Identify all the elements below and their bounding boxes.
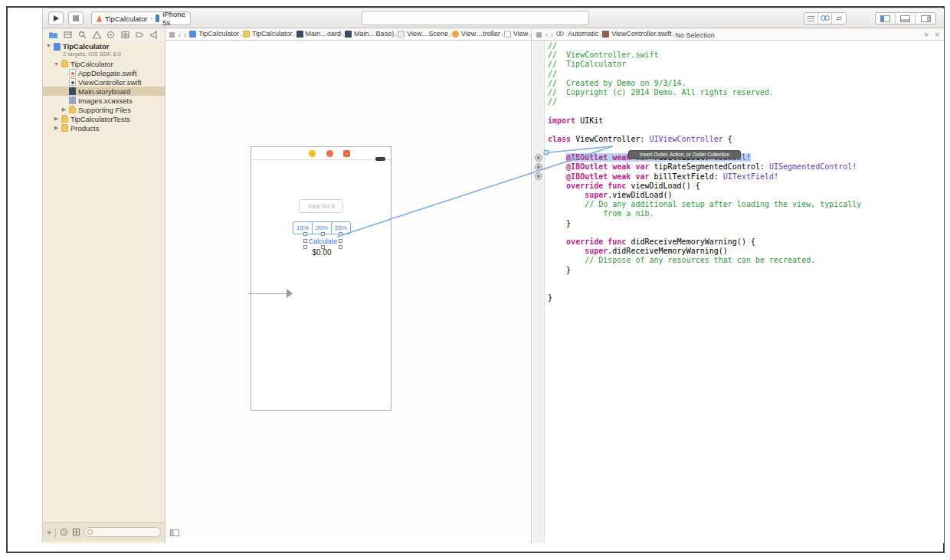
connection-well-icon[interactable]	[535, 172, 542, 180]
disclosure-collapsed-icon[interactable]: ▶	[54, 125, 59, 131]
add-assistant-editor-button[interactable]: +	[924, 31, 929, 39]
reports-icon[interactable]	[149, 30, 159, 40]
forward-button[interactable]: ›	[184, 31, 186, 39]
selection-handle[interactable]	[303, 232, 307, 236]
code-line[interactable]: //	[548, 41, 944, 51]
issues-icon[interactable]	[92, 30, 102, 40]
tree-row-tipcalculator[interactable]: ▼TipCalculator	[43, 59, 165, 68]
tree-row-supporting-files[interactable]: ▶Supporting Files	[43, 105, 165, 114]
breadcrumb-item[interactable]: TipCalculator	[189, 30, 239, 38]
selection-handle[interactable]	[303, 239, 307, 243]
disclosure-collapsed-icon[interactable]: ▶	[54, 116, 59, 122]
breadcrumb-item[interactable]: Main…oard	[296, 30, 342, 38]
code-line[interactable]: // ViewController.swift	[548, 51, 944, 60]
tests-icon[interactable]	[106, 30, 116, 40]
related-items-icon[interactable]: ▦	[169, 31, 175, 38]
breadcrumb-item[interactable]: No Selection	[676, 31, 715, 39]
breadcrumb-item[interactable]: View…Scene	[398, 30, 448, 38]
assistant-editor[interactable]: //// ViewController.swift// TipCalculato…	[532, 41, 944, 543]
code-line[interactable]: // Dispose of any resources that can be …	[548, 256, 944, 265]
close-assistant-editor-button[interactable]: ×	[935, 31, 939, 39]
code-line[interactable]: class ViewController: UIViewController {	[548, 135, 944, 144]
version-editor-button[interactable]: ⇄	[832, 13, 846, 24]
toggle-debug-area-button[interactable]	[896, 13, 916, 24]
code-line[interactable]: // Created by Demo on 9/3/14.	[548, 79, 944, 88]
breadcrumb-item[interactable]: Automatic	[556, 30, 598, 38]
scm-status-icon[interactable]	[72, 528, 80, 536]
code-line[interactable]	[548, 275, 944, 284]
code-line[interactable]: @IBOutlet weak var resultLabel: UILabel!	[548, 153, 944, 162]
code-line[interactable]: //	[548, 97, 944, 106]
search-icon[interactable]	[77, 30, 87, 40]
tree-row-appdelegate-swift[interactable]: AppDelegate.swift	[43, 68, 165, 77]
code-line[interactable]: super.didReceiveMemoryWarning()	[548, 247, 944, 256]
code-line[interactable]	[548, 126, 944, 135]
code-line[interactable]	[548, 144, 944, 153]
code-line[interactable]: }	[548, 293, 944, 303]
breadcrumb-item[interactable]: View	[504, 30, 528, 38]
bill-text-field[interactable]: Total Bill $	[299, 199, 343, 213]
selection-handle[interactable]	[339, 239, 342, 243]
connection-well-icon[interactable]	[535, 154, 542, 162]
tree-row-tipcalculator[interactable]: ▼TipCalculator2 targets, iOS SDK 8.0	[43, 43, 165, 59]
code-line[interactable]: // Copyright (c) 2014 Demo. All rights r…	[548, 88, 944, 97]
run-button[interactable]	[48, 11, 64, 25]
connection-well-icon[interactable]	[535, 163, 542, 171]
symbol-navigator-icon[interactable]	[63, 30, 73, 40]
code-line[interactable]: super.viewDidLoad()	[548, 191, 944, 200]
related-items-icon[interactable]: ▦	[536, 31, 542, 38]
disclosure-collapsed-icon[interactable]: ▶	[61, 106, 67, 113]
storyboard-canvas[interactable]: → Total Bill $ 15%20%25% Calculate $0.00	[165, 41, 532, 543]
code-line[interactable]: @IBOutlet weak var billTextField: UIText…	[548, 172, 944, 182]
tree-row-main-storyboard[interactable]: Main.storyboard	[43, 87, 165, 96]
code-line[interactable]: from a nib.	[548, 209, 944, 218]
view-controller-icon[interactable]	[309, 150, 316, 157]
tree-row-viewcontroller-swift[interactable]: ViewController.swift	[43, 77, 165, 87]
breakpoints-icon[interactable]	[135, 30, 145, 40]
back-button[interactable]: ‹	[545, 31, 548, 39]
stop-button[interactable]	[68, 11, 84, 25]
breadcrumb-label: ViewController.swift	[611, 30, 671, 38]
code-line[interactable]: import UIKit	[548, 116, 944, 126]
standard-editor-button[interactable]	[804, 13, 818, 24]
disclosure-expanded-icon[interactable]: ▼	[54, 61, 59, 67]
recent-files-icon[interactable]	[60, 528, 68, 536]
code-line[interactable]	[548, 228, 944, 237]
code-line[interactable]: override func viewDidLoad() {	[548, 182, 944, 191]
breadcrumb-item[interactable]: ViewController.swift	[602, 30, 671, 38]
code-line[interactable]: //	[548, 70, 944, 79]
tree-row-images-xcassets[interactable]: Images.xcassets	[43, 96, 165, 105]
code-line[interactable]	[548, 106, 944, 116]
code-line[interactable]: }	[548, 266, 944, 275]
tree-row-products[interactable]: ▶Products	[43, 123, 165, 133]
filter-input[interactable]	[84, 527, 161, 537]
selection-handle[interactable]	[339, 232, 342, 236]
toggle-navigator-button[interactable]	[876, 13, 896, 24]
code-lines[interactable]: //// ViewController.swift// TipCalculato…	[548, 41, 944, 303]
add-file-button[interactable]: +	[47, 528, 51, 537]
code-line[interactable]: // TipCalculator	[548, 60, 944, 69]
scheme-selector[interactable]: TipCalculator › iPhone 5s	[91, 11, 191, 25]
code-line[interactable]: // Do any additional setup after loading…	[548, 200, 944, 209]
forward-button[interactable]: ›	[551, 31, 553, 39]
breadcrumb-item[interactable]: View…troller	[452, 30, 500, 38]
selection-handle[interactable]	[321, 232, 325, 236]
breadcrumb-item[interactable]: Main…Base)	[345, 30, 394, 38]
code-line[interactable]	[548, 284, 944, 293]
document-outline-toggle[interactable]	[170, 529, 179, 536]
tree-row-tipcalculatortests[interactable]: ▶TipCalculatorTests	[43, 114, 165, 123]
code-line[interactable]: @IBOutlet weak var tipRateSegmentedContr…	[548, 162, 944, 172]
toggle-utilities-button[interactable]	[916, 13, 935, 24]
disclosure-expanded-icon[interactable]: ▼	[46, 43, 51, 48]
assistant-editor-button[interactable]	[818, 13, 832, 24]
breadcrumb-item[interactable]: TipCalculator	[243, 30, 293, 38]
view-controller-scene[interactable]: → Total Bill $ 15%20%25% Calculate $0.00	[251, 146, 391, 411]
exit-icon[interactable]: →	[343, 150, 350, 157]
debug-icon[interactable]	[120, 30, 130, 40]
code-line[interactable]: }	[548, 219, 944, 228]
first-responder-icon[interactable]	[326, 150, 333, 157]
result-label[interactable]: $0.00	[251, 248, 392, 257]
project-navigator-icon[interactable]	[48, 30, 58, 40]
code-line[interactable]: override func didReceiveMemoryWarning() …	[548, 237, 944, 247]
back-button[interactable]: ‹	[179, 31, 181, 39]
